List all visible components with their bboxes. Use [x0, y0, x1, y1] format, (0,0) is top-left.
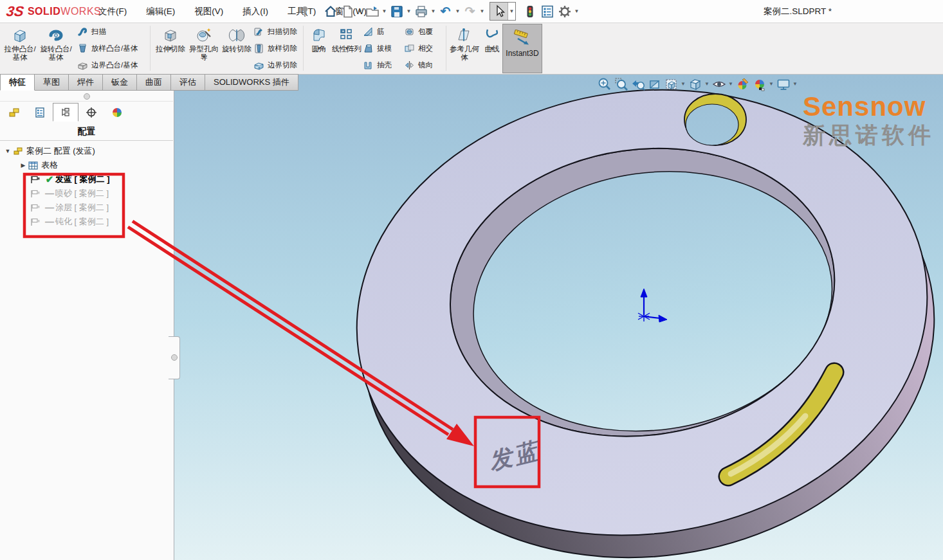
collapse-arrow-icon[interactable]: ▶	[19, 162, 27, 168]
tab-addins[interactable]: SOLIDWORKS 插件	[205, 74, 298, 91]
rebuild-icon[interactable]	[521, 3, 538, 20]
tab-surfaces[interactable]: 曲面	[137, 74, 171, 91]
linear-pattern-button[interactable]: 线性阵列 ▼	[332, 27, 362, 53]
tab-configurationmanager[interactable]	[53, 103, 78, 122]
model-scene[interactable]: 发蓝	[174, 74, 943, 560]
tab-sketch[interactable]: 草图	[35, 74, 69, 91]
tab-dimxpertmanager[interactable]	[78, 103, 104, 122]
shell-button[interactable]: 抽壳	[363, 57, 392, 73]
panel-header: 配置	[0, 123, 173, 141]
hole-wizard-button[interactable]: ✦ 异型孔向导 ▼	[188, 27, 220, 62]
draft-button[interactable]: 拔模	[363, 40, 392, 57]
print-caret[interactable]: ▼	[430, 8, 437, 14]
tab-displaymanager[interactable]	[104, 103, 130, 122]
reference-geometry-button[interactable]: 参考几何体 ▼	[448, 27, 481, 62]
view-orientation-caret[interactable]: ▼	[681, 81, 686, 87]
print-icon[interactable]	[412, 3, 430, 20]
menu-edit[interactable]: 编辑(E)	[138, 3, 183, 20]
intersect-button[interactable]: 相交	[404, 40, 433, 57]
save-caret[interactable]: ▼	[405, 8, 412, 14]
extruded-boss-button[interactable]: 拉伸凸台/基体	[3, 27, 37, 62]
panel-splitter-handle[interactable]	[169, 336, 180, 379]
fillet-caret[interactable]: ▼	[307, 44, 331, 53]
edit-appearance-icon[interactable]	[735, 77, 750, 91]
apply-scene-icon[interactable]	[752, 77, 767, 91]
swept-cut-button[interactable]: 扫描切除	[253, 23, 297, 40]
menu-insert[interactable]: 插入(I)	[234, 3, 277, 20]
mirror-button[interactable]: 镜向	[404, 57, 433, 73]
top-hole-feature[interactable]	[684, 94, 746, 145]
undo-caret[interactable]: ▼	[454, 8, 461, 14]
hide-show-items-icon[interactable]	[711, 77, 726, 91]
solidworks-logo: 3SSOLIDWORKS	[6, 3, 101, 20]
settings-gear-icon[interactable]	[556, 3, 573, 20]
previous-view-icon[interactable]	[630, 77, 645, 91]
redo-icon[interactable]: ↷	[461, 3, 479, 20]
manager-panel-tabs	[1, 103, 130, 122]
open-document-icon[interactable]	[363, 3, 381, 20]
revolved-cut-button[interactable]: 旋转切除	[221, 27, 252, 53]
display-style-icon[interactable]	[688, 77, 702, 91]
config-row[interactable]: — 涂层 [ 案例二 ]	[0, 201, 173, 215]
tree-root-row[interactable]: ▼ 案例二 配置 (发蓝)	[0, 144, 173, 158]
redo-caret[interactable]: ▼	[479, 8, 486, 14]
dimxpertmanager-icon	[85, 106, 98, 119]
tab-weldments[interactable]: 焊件	[69, 74, 103, 91]
revolved-boss-button[interactable]: 旋转凸台/基体	[39, 27, 73, 62]
select-tool: ▼	[490, 2, 516, 21]
config-row[interactable]: — 喷砂 [ 案例二 ]	[0, 186, 173, 201]
instant3d-button[interactable]: Instant3D	[502, 24, 542, 73]
curves-caret[interactable]: ▼	[482, 44, 502, 53]
menu-file[interactable]: 文件(F)	[90, 3, 135, 20]
zoom-to-fit-icon[interactable]	[597, 77, 612, 91]
rib-button[interactable]: 筋	[363, 23, 392, 40]
fillet-button[interactable]: 圆角 ▼	[307, 27, 331, 53]
new-document-caret[interactable]: ▼	[356, 8, 363, 14]
view-settings-caret[interactable]: ▼	[792, 81, 798, 87]
curves-button[interactable]: 曲线 ▼	[482, 27, 502, 53]
config-row-active[interactable]: ✔ 发蓝 [ 案例二 ]	[0, 172, 173, 186]
view-orientation-icon[interactable]	[664, 77, 679, 91]
undo-icon[interactable]: ↶	[437, 3, 454, 20]
expand-arrow-icon[interactable]: ▼	[4, 148, 12, 154]
tree-table-row[interactable]: ▶ 表格	[0, 158, 173, 172]
tab-propertymanager[interactable]	[27, 103, 53, 122]
settings-caret[interactable]: ▼	[573, 8, 580, 14]
part-icon	[13, 146, 24, 156]
home-icon[interactable]	[322, 3, 339, 20]
view-settings-icon[interactable]	[776, 77, 791, 91]
sweep-button[interactable]: 扫描	[77, 23, 138, 40]
tab-sheet-metal[interactable]: 钣金	[103, 74, 137, 91]
lofted-cut-button[interactable]: 放样切除	[253, 40, 297, 57]
open-document-caret[interactable]: ▼	[381, 8, 388, 14]
linear-pattern-caret[interactable]: ▼	[332, 44, 362, 53]
tab-features[interactable]: 特征	[0, 74, 35, 91]
extruded-cut-caret[interactable]: ▼	[154, 44, 187, 53]
hole-wizard-caret[interactable]: ▼	[188, 53, 220, 61]
zoom-to-area-icon[interactable]	[614, 77, 628, 91]
display-style-caret[interactable]: ▼	[704, 81, 710, 87]
boundary-boss-button[interactable]: 边界凸台/基体	[77, 57, 138, 73]
options-list-icon[interactable]	[538, 3, 556, 20]
reference-geometry-icon	[456, 27, 473, 44]
graphics-viewport[interactable]: 发蓝	[174, 74, 943, 560]
section-view-icon[interactable]	[647, 77, 662, 91]
config-row[interactable]: — 钝化 [ 案例二 ]	[0, 215, 173, 229]
apply-scene-caret[interactable]: ▼	[769, 81, 774, 87]
hide-show-items-caret[interactable]: ▼	[728, 81, 733, 87]
boundary-cut-button[interactable]: 边界切除	[253, 57, 297, 73]
tab-evaluate[interactable]: 评估	[171, 74, 205, 91]
menu-view[interactable]: 视图(V)	[186, 3, 232, 20]
select-tool-caret[interactable]: ▼	[508, 8, 515, 14]
wrap-button[interactable]: 包覆	[404, 23, 433, 40]
reference-geometry-caret[interactable]: ▼	[448, 53, 481, 61]
tab-featuremanager[interactable]	[1, 103, 27, 122]
lofted-boss-button[interactable]: 放样凸台/基体	[77, 40, 138, 57]
panel-horizontal-grip[interactable]	[0, 90, 173, 102]
pin-menu-icon[interactable]	[299, 4, 313, 18]
select-cursor-icon[interactable]	[490, 3, 508, 20]
save-icon[interactable]	[388, 3, 405, 20]
new-document-icon[interactable]	[339, 3, 356, 20]
extruded-cut-button[interactable]: 拉伸切除 ▼	[154, 27, 187, 53]
splitter-grip-dot	[171, 354, 178, 361]
